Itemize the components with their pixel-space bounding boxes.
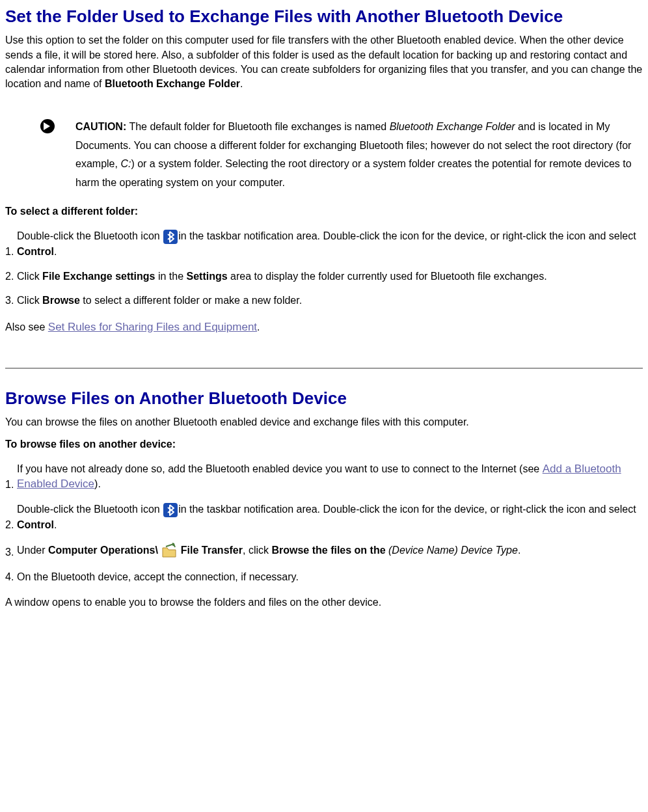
step-italic1: (Device Name) Device Type — [388, 545, 518, 556]
intro-post: . — [240, 78, 243, 89]
step-bold2: File Transfer — [178, 545, 243, 556]
caution-italic1: Bluetooth Exchange Folder — [390, 121, 515, 132]
step-num: 1. — [5, 457, 17, 497]
caution-pre: The default folder for Bluetooth file ex… — [126, 121, 389, 132]
step-mid2: , click — [243, 545, 271, 556]
step-num: 3. — [5, 537, 17, 565]
step-row: 1. Double-click the Bluetooth icon in th… — [5, 224, 643, 264]
section2-subhead: To browse files on another device: — [5, 439, 643, 450]
caution-label: CAUTION: — [75, 121, 126, 132]
step-post: . — [518, 545, 520, 556]
intro-pre: Use this option to set the folder on thi… — [5, 34, 642, 89]
step-bold2: Settings — [187, 271, 228, 282]
step-mid: in the taskbar notification area. Double… — [178, 504, 636, 515]
step-num: 3. — [5, 288, 17, 313]
step-bold3: Browse the files on the — [271, 545, 388, 556]
section-divider — [5, 368, 643, 369]
step-bold1: Computer Operations\ — [48, 545, 161, 556]
bluetooth-icon — [163, 229, 178, 245]
section1-subhead: To select a different folder: — [5, 206, 643, 217]
caution-italic2: C: — [120, 158, 131, 169]
step-mid: in the taskbar notification area. Double… — [178, 230, 636, 241]
section2-intro: You can browse the files on another Blue… — [5, 415, 643, 429]
section2-steps: 1. If you have not already done so, add … — [5, 457, 643, 589]
step-row: 2. Double-click the Bluetooth icon in th… — [5, 497, 643, 537]
bluetooth-icon — [163, 502, 178, 518]
step-pre: Click — [17, 271, 42, 282]
arrow-right-circle-icon — [40, 119, 55, 133]
step-post: ). — [94, 478, 101, 489]
step-num: 1. — [5, 224, 17, 264]
step-post: . — [54, 519, 57, 530]
step-plain: On the Bluetooth device, accept the conn… — [17, 571, 299, 582]
section2-title: Browse Files on Another Bluetooth Device — [5, 388, 643, 409]
section1-steps: 1. Double-click the Bluetooth icon in th… — [5, 224, 643, 313]
caution-post: ) or a system folder. Selecting the root… — [75, 158, 632, 188]
caution-block: CAUTION: The default folder for Bluetoot… — [5, 118, 643, 193]
step-row: 2. Click File Exchange settings in the S… — [5, 264, 643, 289]
step-row: 1. If you have not already done so, add … — [5, 457, 643, 497]
step-bold: Control — [17, 519, 54, 530]
alsosee-pre: Also see — [5, 321, 48, 332]
step-pre: Click — [17, 295, 42, 306]
step-pre: Under — [17, 545, 48, 556]
link-set-rules[interactable]: Set Rules for Sharing Files and Equipmen… — [48, 321, 257, 333]
step-pre: Double-click the Bluetooth icon — [17, 504, 163, 515]
step-bold1: File Exchange settings — [42, 271, 155, 282]
step-pre: Double-click the Bluetooth icon — [17, 230, 163, 241]
section1-title: Set the Folder Used to Exchange Files wi… — [5, 7, 643, 27]
step-mid: in the — [155, 271, 187, 282]
step-num: 2. — [5, 497, 17, 537]
step-pre: If you have not already done so, add the… — [17, 463, 543, 474]
step-bold1: Browse — [42, 295, 80, 306]
section1-alsosee: Also see Set Rules for Sharing Files and… — [5, 319, 643, 335]
file-transfer-icon — [161, 543, 178, 560]
step-post: . — [54, 246, 57, 257]
section2-closing: A window opens to enable you to browse t… — [5, 595, 643, 610]
step-row: 3. Under Computer Operations\ File Trans… — [5, 537, 643, 565]
intro-bold: Bluetooth Exchange Folder — [105, 78, 240, 89]
section1-intro: Use this option to set the folder on thi… — [5, 33, 643, 92]
step-num: 2. — [5, 264, 17, 289]
step-bold: Control — [17, 246, 54, 257]
alsosee-post: . — [257, 321, 260, 332]
step-row: 3. Click Browse to select a different fo… — [5, 288, 643, 313]
step-row: 4. On the Bluetooth device, accept the c… — [5, 565, 643, 589]
step-num: 4. — [5, 565, 17, 589]
step-post: to select a different folder or make a n… — [80, 295, 302, 306]
step-post: area to display the folder currently use… — [228, 271, 547, 282]
